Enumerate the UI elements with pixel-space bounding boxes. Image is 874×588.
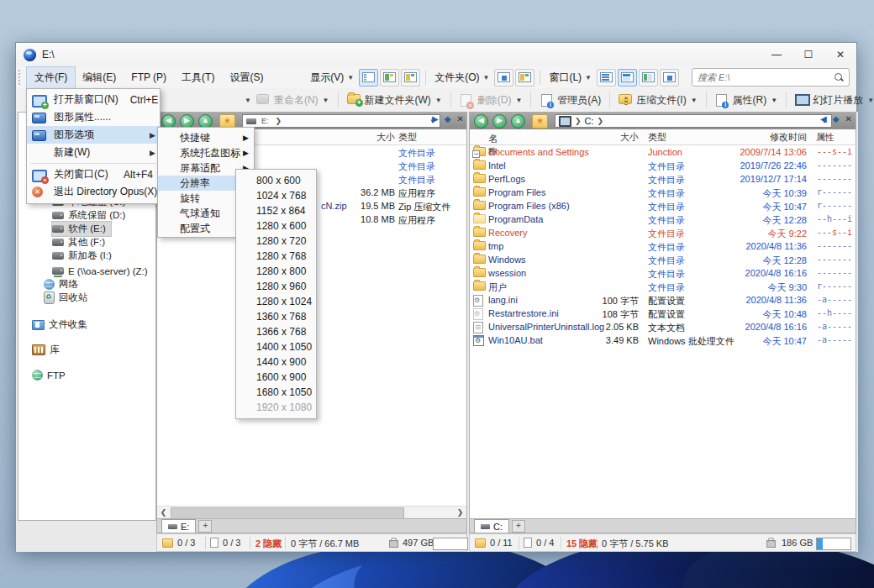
add-tab-button[interactable]: + <box>198 520 212 533</box>
pane-swap-icon[interactable]: ◆ <box>833 114 840 123</box>
menu-tools[interactable]: 工具(T) <box>174 67 222 88</box>
toolbar-button-4[interactable]: 管理员(A) <box>534 90 606 111</box>
windows-menu-button[interactable]: 窗口(L)▼ <box>545 68 596 87</box>
resolution-item-3[interactable]: 1152 x 864 <box>236 203 316 218</box>
up-button[interactable]: ▲ <box>511 114 525 129</box>
resolution-item-14[interactable]: 1600 x 900 <box>236 370 316 385</box>
resolution-item-6[interactable]: 1280 x 768 <box>236 249 316 264</box>
scrollbar-thumb[interactable] <box>171 507 404 519</box>
horizontal-scrollbar[interactable]: ❮ ❯ <box>157 506 466 518</box>
sidebar-item-3[interactable]: 软件 (E:) <box>52 222 111 236</box>
submenu-item-2[interactable]: 系统托盘图标▶ <box>158 145 254 160</box>
file-row[interactable]: UniversalPrinterUninstall.log2.05 KB文本文档… <box>470 321 856 334</box>
sidebar-item-2[interactable]: 系统保留 (D:) <box>52 208 125 223</box>
sidebar-item-9[interactable]: 文件收集 <box>32 318 87 332</box>
layout-dual-horizontal-button[interactable] <box>639 69 658 87</box>
file-row[interactable]: Windows文件目录今天 12:28------- <box>470 254 856 267</box>
up-button[interactable]: ▲ <box>198 114 213 129</box>
pane-close-icon[interactable]: ✕ <box>456 114 463 123</box>
file-menu-item-7[interactable]: ✕退出 Directory Opus(X) <box>27 183 160 201</box>
search-input[interactable] <box>692 72 834 82</box>
column-attrs[interactable]: 属性 <box>816 131 835 144</box>
dual-display-button[interactable] <box>515 69 534 87</box>
favorites-button[interactable]: ★ <box>532 114 548 129</box>
submenu-item-1[interactable]: 快捷键▶ <box>158 130 254 145</box>
sidebar-item-11[interactable]: FTP <box>32 368 66 382</box>
resolution-item-8[interactable]: 1280 x 960 <box>236 279 316 294</box>
column-modified[interactable]: 修改时间 <box>756 131 807 144</box>
toolbar-button-6[interactable]: 属性(R)▼ <box>710 90 783 111</box>
right-breadcrumb[interactable]: ❯ C: ❯ ▼ <box>555 114 832 128</box>
file-menu-item-1[interactable]: 打开新窗口(N)Ctrl+E <box>27 91 160 108</box>
file-row[interactable]: wsession文件目录2020/4/8 16:16------- <box>470 267 856 281</box>
scroll-right-icon[interactable]: ❯ <box>454 507 466 519</box>
pane-close-icon[interactable]: ✕ <box>845 114 851 123</box>
display-menu-button[interactable]: 显示(V)▼ <box>306 68 358 87</box>
menu-settings[interactable]: 设置(S) <box>222 67 271 88</box>
menu-ftp[interactable]: FTP (P) <box>124 68 174 87</box>
resolution-item-10[interactable]: 1360 x 768 <box>236 309 316 324</box>
pane-expand-icon[interactable]: ▶ <box>432 114 439 123</box>
file-row[interactable]: lang.ini100 字节配置设置2020/4/8 11:36-a----- <box>470 294 856 307</box>
tab-e-drive[interactable]: E: <box>161 519 196 533</box>
tab-c-drive[interactable]: C: <box>474 519 509 533</box>
sidebar-item-4[interactable]: 其他 (F:) <box>52 235 105 249</box>
menu-file[interactable]: 文件(F) <box>27 67 75 88</box>
pane-swap-icon[interactable]: ◆ <box>445 114 451 123</box>
view-style-details-button[interactable] <box>359 69 378 87</box>
forward-button[interactable]: ▶ <box>180 114 194 129</box>
resolution-item-15[interactable]: 1680 x 1050 <box>236 385 316 400</box>
toolbar-button-2[interactable]: 新建文件夹(W)▼ <box>342 90 447 111</box>
back-button[interactable]: ◀ <box>161 114 176 129</box>
favorites-button[interactable]: ★ <box>219 114 235 129</box>
resolution-item-9[interactable]: 1280 x 1024 <box>236 294 316 309</box>
file-menu-item-2[interactable]: 图形属性...... <box>27 108 160 126</box>
resolution-item-1[interactable]: 800 x 600 <box>236 173 316 188</box>
close-button[interactable]: ✕ <box>824 43 856 66</box>
toolbar-button-7[interactable]: 幻灯片播放▼ <box>790 90 874 111</box>
layout-viewer-button[interactable] <box>660 69 679 87</box>
column-type[interactable]: 类型 <box>398 131 417 144</box>
folder-tree-button[interactable] <box>494 69 513 87</box>
resolution-item-7[interactable]: 1280 x 800 <box>236 264 316 279</box>
file-row[interactable]: ProgramData文件目录今天 12:28--h---i <box>470 213 856 227</box>
menu-edit[interactable]: 编辑(E) <box>75 67 124 88</box>
search-box[interactable] <box>692 68 850 87</box>
lock-icon[interactable] <box>389 540 398 548</box>
file-row[interactable]: Intel文件目录2019/7/26 22:46------- <box>470 160 856 173</box>
lock-icon[interactable] <box>766 540 776 548</box>
column-type[interactable]: 类型 <box>648 131 666 144</box>
file-menu-item-6[interactable]: 关闭窗口(C)Alt+F4 <box>27 165 160 183</box>
sidebar-item-6[interactable]: E (\\oa-server) (Z:) <box>52 264 148 278</box>
resolution-item-5[interactable]: 1280 x 720 <box>236 234 316 249</box>
back-button[interactable]: ◀ <box>474 114 488 129</box>
forward-button[interactable]: ▶ <box>492 114 507 129</box>
file-row[interactable]: Program Files文件目录今天 10:39r------ <box>470 186 856 200</box>
toolbar-button-5[interactable]: 压缩文件(I)▼ <box>613 90 702 111</box>
add-tab-button[interactable]: + <box>512 520 525 533</box>
file-row[interactable]: 用户文件目录今天 9:30r------ <box>470 281 856 294</box>
overflow-chevron-icon[interactable]: ▼ <box>245 97 251 104</box>
resolution-item-12[interactable]: 1400 x 1050 <box>236 339 316 354</box>
file-row[interactable]: Win10AU.bat3.49 KBWindows 批处理文件今天 10:47-… <box>470 334 856 348</box>
file-row[interactable]: tmp文件目录2020/4/8 11:36------- <box>470 240 856 254</box>
resolution-item-4[interactable]: 1280 x 600 <box>236 218 316 234</box>
column-size[interactable]: 大小 <box>604 131 639 144</box>
maximize-button[interactable]: ☐ <box>792 43 824 66</box>
resolution-item-11[interactable]: 1366 x 768 <box>236 324 316 339</box>
folders-menu-button[interactable]: 文件夹(O)▼ <box>430 68 493 87</box>
layout-single-button[interactable] <box>597 69 616 87</box>
file-menu-item-3[interactable]: 图形选项▶ <box>27 126 160 144</box>
left-breadcrumb[interactable]: E: ❯ ▼ <box>242 114 440 128</box>
layout-dual-vertical-button[interactable] <box>618 69 637 87</box>
file-row[interactable]: Recovery文件目录今天 9:22---s--i <box>470 227 856 240</box>
minimize-button[interactable]: — <box>761 43 792 66</box>
sidebar-item-7[interactable]: 网络 <box>44 277 78 291</box>
view-style-thumbnails-button[interactable] <box>380 69 399 87</box>
titlebar[interactable]: E:\ — ☐ ✕ <box>16 43 856 66</box>
file-menu-item-4[interactable]: 新建(W)▶ <box>27 144 160 161</box>
pane-expand-icon[interactable]: ◀ <box>820 114 827 123</box>
resolution-item-2[interactable]: 1024 x 768 <box>236 188 316 203</box>
scroll-left-icon[interactable]: ❮ <box>157 507 170 519</box>
column-size[interactable]: 大小 <box>361 131 395 144</box>
